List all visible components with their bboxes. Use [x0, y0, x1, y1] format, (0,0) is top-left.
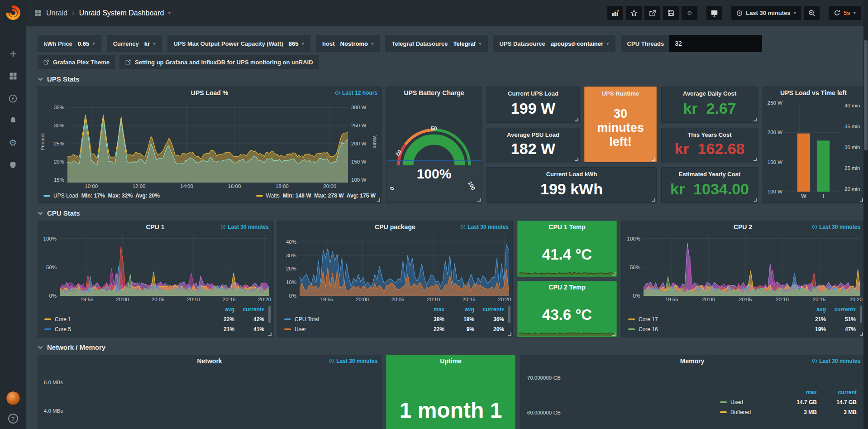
panel-title[interactable]: CPU 1 Temp: [548, 223, 585, 231]
panel-title[interactable]: CPU package: [375, 223, 415, 231]
alerting-bell-icon[interactable]: [8, 116, 18, 125]
panel-resize-handle[interactable]: [612, 333, 615, 336]
star-button[interactable]: [626, 6, 642, 20]
dashboards-grid-icon[interactable]: [8, 71, 18, 81]
panel-title[interactable]: Uptime: [440, 357, 461, 365]
breadcrumb[interactable]: Unraid › Unraid System Dashboard ▾: [34, 9, 171, 18]
panel-resize-handle[interactable]: [754, 118, 757, 121]
link-grafana-plex-theme[interactable]: Grafana Plex Theme: [38, 55, 115, 69]
legend-sort-current[interactable]: current▾: [826, 306, 856, 313]
panel-resize-handle[interactable]: [477, 198, 481, 202]
page-scrollbar[interactable]: [863, 0, 868, 429]
legend-sort-avg[interactable]: avg: [796, 306, 826, 313]
link-ups-monitoring-guide[interactable]: Setting up Grafana and InfluxDB for UPS …: [119, 55, 319, 69]
ups-bars-chart[interactable]: 250 W200 W150 W100 W WT 40 min35 min30 m…: [763, 98, 864, 202]
legend-scrollbar[interactable]: [860, 306, 862, 323]
section-cpu-stats[interactable]: CPU Stats: [38, 209, 864, 217]
time-range-picker[interactable]: Last 30 minutes ▾: [731, 6, 801, 20]
refresh-button[interactable]: 5s ▾: [829, 6, 861, 20]
panel-resize-handle[interactable]: [652, 198, 655, 202]
variable-kwh-price[interactable]: kWh Price 0.65▾: [38, 35, 101, 52]
variable-value[interactable]: Nostromo▾: [340, 40, 374, 47]
legend-sort-current[interactable]: current: [817, 389, 857, 395]
legend-sort-current[interactable]: current▾: [474, 306, 504, 313]
add-panel-button[interactable]: [607, 6, 623, 20]
save-button[interactable]: [663, 6, 679, 20]
variable-telegraf-datasource[interactable]: Telegraf Datasource Telegraf▾: [385, 35, 487, 52]
panel-time-override[interactable]: Last 30 minutes: [329, 358, 377, 364]
panel-title[interactable]: Current UPS Load: [508, 90, 558, 97]
panel-resize-handle[interactable]: [860, 198, 863, 202]
panel-title[interactable]: Memory: [680, 357, 705, 365]
create-plus-icon[interactable]: [8, 49, 18, 59]
panel-title[interactable]: UPS Runtime: [602, 90, 639, 97]
panel-resize-handle[interactable]: [377, 198, 380, 202]
panel-title[interactable]: UPS Load vs Time left: [780, 89, 847, 96]
refresh-interval[interactable]: 5s: [844, 10, 850, 16]
dashboard-title[interactable]: Unraid System Dashboard: [79, 9, 164, 17]
panel-title[interactable]: CPU 2: [734, 223, 752, 231]
variable-value[interactable]: 865▾: [289, 40, 304, 47]
cpu-package-chart[interactable]: 19:5520:0020:0520:1020:1520:20: [300, 235, 509, 296]
cpu2-chart[interactable]: 19:5520:0020:0520:1020:1520:20: [644, 235, 860, 296]
variable-value[interactable]: Telegraf▾: [453, 40, 481, 47]
panel-resize-handle[interactable]: [575, 118, 578, 121]
zoom-out-button[interactable]: [804, 6, 820, 20]
grafana-logo-icon[interactable]: [5, 5, 21, 21]
configuration-gear-icon[interactable]: ⚙: [8, 138, 18, 148]
cpu-threads-input[interactable]: [669, 35, 762, 52]
panel-title[interactable]: This Years Cost: [687, 131, 731, 138]
variable-ups-max-output[interactable]: UPS Max Output Power Capacity (Watt) 865…: [167, 35, 310, 52]
user-avatar[interactable]: [6, 391, 20, 405]
legend-item[interactable]: Watts Min: 148 W Max: 278 W Avg: 175 W: [256, 193, 376, 199]
panel-resize-handle[interactable]: [754, 198, 757, 202]
panel-title[interactable]: Average Daily Cost: [683, 90, 736, 97]
variable-host[interactable]: host Nostromo▾: [316, 35, 380, 52]
legend-sort-max[interactable]: max: [777, 389, 817, 395]
share-button[interactable]: [644, 6, 660, 20]
panel-time-override[interactable]: Last 30 minutes: [220, 224, 269, 230]
panel-time-override[interactable]: Last 30 minutes: [812, 358, 860, 364]
panel-resize-handle[interactable]: [860, 333, 863, 336]
settings-button[interactable]: ⚙: [682, 6, 697, 20]
breadcrumb-folder[interactable]: Unraid: [46, 9, 67, 17]
help-icon[interactable]: ?: [8, 414, 18, 424]
cpu1-chart[interactable]: 19:5520:0020:0520:1020:1520:20: [60, 235, 269, 296]
legend-scrollbar[interactable]: [268, 306, 271, 323]
variable-value[interactable]: 0.65▾: [78, 40, 95, 47]
panel-title[interactable]: CPU 1: [146, 223, 164, 231]
legend-scrollbar[interactable]: [508, 306, 510, 323]
panel-resize-handle[interactable]: [754, 158, 757, 161]
panel-title[interactable]: Network: [197, 357, 222, 365]
panel-resize-handle[interactable]: [612, 272, 615, 275]
panel-resize-handle[interactable]: [508, 333, 511, 336]
panel-title[interactable]: Current Load kWh: [546, 171, 597, 178]
panel-time-override[interactable]: Last 30 minutes: [460, 224, 509, 230]
panel-resize-handle[interactable]: [575, 158, 578, 161]
ups-load-chart[interactable]: 10:0012:0014:0016:0018:0020:00: [67, 101, 348, 183]
legend-sort-max[interactable]: max: [415, 306, 444, 313]
legend-sort-current[interactable]: current▾: [234, 306, 264, 313]
legend-item[interactable]: UPS Load Min: 17% Max: 32% Avg: 20%: [43, 193, 160, 199]
section-ups-stats[interactable]: UPS Stats: [38, 75, 864, 83]
variable-ups-datasource[interactable]: UPS Datasource apcupsd-container▾: [493, 35, 615, 52]
panel-title[interactable]: UPS Load %: [191, 89, 228, 96]
server-admin-shield-icon[interactable]: [8, 160, 18, 170]
legend-sort-avg[interactable]: avg: [444, 306, 474, 313]
panel-title[interactable]: Average PSU Load: [507, 131, 559, 138]
variable-value[interactable]: apcupsd-container▾: [551, 40, 609, 47]
section-network-memory[interactable]: Network / Memory: [38, 343, 864, 351]
panel-resize-handle[interactable]: [652, 158, 655, 161]
variable-currency[interactable]: Currency kr▾: [107, 35, 162, 52]
panel-title[interactable]: CPU 2 Temp: [548, 284, 585, 291]
panel-resize-handle[interactable]: [268, 333, 272, 336]
explore-compass-icon[interactable]: [8, 93, 18, 103]
cycle-view-button[interactable]: [706, 6, 722, 20]
panel-time-override[interactable]: Last 30 minutes: [812, 224, 860, 230]
panel-time-override[interactable]: Last 12 hours: [335, 90, 377, 96]
panel-title[interactable]: Estimated Yearly Cost: [679, 171, 740, 178]
variable-value[interactable]: kr▾: [144, 40, 156, 47]
page-scrollbar-thumb[interactable]: [864, 40, 868, 150]
legend-sort-avg[interactable]: avg: [205, 306, 234, 313]
panel-title[interactable]: UPS Battery Charge: [404, 89, 464, 96]
